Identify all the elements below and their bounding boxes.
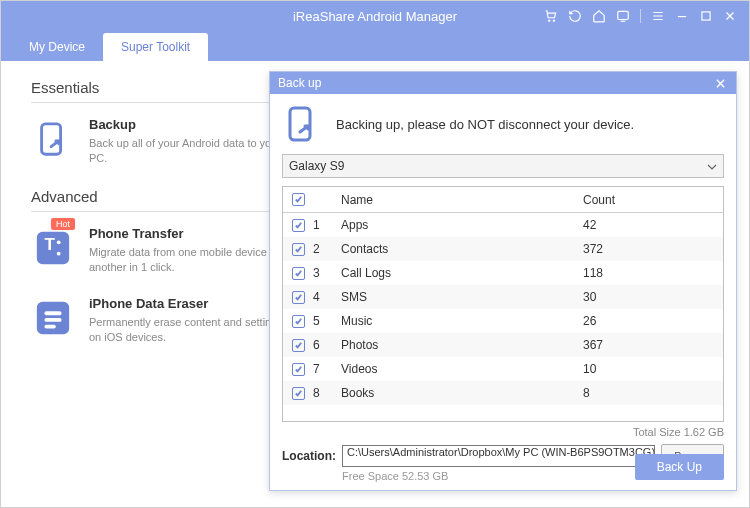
dialog-message: Backing up, please do NOT disconnect you… — [336, 117, 634, 132]
table-row: 6Photos367 — [283, 333, 723, 357]
backup-dialog: Back up Backing up, please do NOT discon… — [269, 71, 737, 491]
row-checkbox[interactable] — [292, 267, 305, 280]
backup-large-icon — [282, 104, 322, 144]
feature-phone-transfer[interactable]: Hot T Phone Transfer Migrate data from o… — [31, 226, 291, 275]
row-index: 4 — [313, 290, 337, 304]
window-titlebar: iReaShare Android Manager — [1, 1, 749, 31]
feature-desc: Permanently erase content and settings o… — [89, 315, 291, 345]
row-checkbox[interactable] — [292, 315, 305, 328]
svg-rect-3 — [702, 12, 710, 20]
device-select-value: Galaxy S9 — [289, 159, 344, 173]
device-select[interactable]: Galaxy S9 — [282, 154, 724, 178]
row-checkbox[interactable] — [292, 243, 305, 256]
row-index: 8 — [313, 386, 337, 400]
row-count: 8 — [583, 386, 723, 400]
row-count: 10 — [583, 362, 723, 376]
total-size: Total Size 1.62 GB — [282, 426, 724, 438]
location-label: Location: — [282, 449, 336, 463]
svg-rect-2 — [618, 11, 629, 19]
dialog-title: Back up — [278, 76, 321, 90]
dialog-titlebar: Back up — [270, 72, 736, 94]
row-checkbox[interactable] — [292, 363, 305, 376]
row-count: 42 — [583, 218, 723, 232]
header-count: Count — [583, 193, 723, 207]
row-index: 6 — [313, 338, 337, 352]
feature-desc: Back up all of your Android data to your… — [89, 136, 291, 166]
close-icon[interactable] — [719, 5, 741, 27]
dialog-banner: Backing up, please do NOT disconnect you… — [282, 104, 724, 144]
backup-items-table: Name Count 1Apps422Contacts3723Call Logs… — [282, 186, 724, 422]
feature-iphone-eraser[interactable]: iPhone Data Eraser Permanently erase con… — [31, 296, 291, 345]
row-name: Photos — [337, 338, 583, 352]
table-row: 5Music26 — [283, 309, 723, 333]
row-count: 26 — [583, 314, 723, 328]
svg-point-8 — [57, 251, 61, 255]
row-index: 5 — [313, 314, 337, 328]
svg-rect-4 — [42, 124, 61, 154]
header-name: Name — [337, 193, 583, 207]
minimize-icon[interactable] — [671, 5, 693, 27]
feature-title: iPhone Data Eraser — [89, 296, 291, 311]
svg-rect-10 — [44, 312, 61, 316]
feature-backup[interactable]: Backup Back up all of your Android data … — [31, 117, 291, 166]
location-input[interactable]: C:\Users\Administrator\Dropbox\My PC (WI… — [342, 445, 655, 467]
table-row: 2Contacts372 — [283, 237, 723, 261]
chevron-down-icon — [707, 159, 717, 173]
row-checkbox[interactable] — [292, 339, 305, 352]
feature-title: Phone Transfer — [89, 226, 291, 241]
svg-rect-11 — [44, 318, 61, 322]
tab-my-device[interactable]: My Device — [11, 33, 103, 61]
select-all-checkbox[interactable] — [292, 193, 305, 206]
feature-title: Backup — [89, 117, 291, 132]
row-count: 372 — [583, 242, 723, 256]
row-index: 2 — [313, 242, 337, 256]
refresh-icon[interactable] — [564, 5, 586, 27]
row-name: Contacts — [337, 242, 583, 256]
row-count: 118 — [583, 266, 723, 280]
row-name: Videos — [337, 362, 583, 376]
separator — [640, 9, 641, 23]
svg-rect-13 — [290, 108, 310, 140]
svg-text:T: T — [44, 235, 55, 254]
cart-icon[interactable] — [540, 5, 562, 27]
backup-icon — [31, 117, 75, 161]
hot-badge: Hot — [51, 218, 75, 230]
home-icon[interactable] — [588, 5, 610, 27]
row-count: 367 — [583, 338, 723, 352]
table-header: Name Count — [283, 187, 723, 213]
row-name: Call Logs — [337, 266, 583, 280]
row-index: 7 — [313, 362, 337, 376]
row-checkbox[interactable] — [292, 219, 305, 232]
row-name: Apps — [337, 218, 583, 232]
app-title: iReaShare Android Manager — [293, 9, 457, 24]
row-name: Music — [337, 314, 583, 328]
feedback-icon[interactable] — [612, 5, 634, 27]
row-index: 3 — [313, 266, 337, 280]
svg-point-1 — [553, 20, 554, 21]
table-row: 1Apps42 — [283, 213, 723, 237]
table-row: 4SMS30 — [283, 285, 723, 309]
tab-super-toolkit[interactable]: Super Toolkit — [103, 33, 208, 61]
maximize-icon[interactable] — [695, 5, 717, 27]
iphone-eraser-icon — [31, 296, 75, 340]
feature-desc: Migrate data from one mobile device to a… — [89, 245, 291, 275]
main-tabs: My Device Super Toolkit — [1, 31, 749, 61]
menu-icon[interactable] — [647, 5, 669, 27]
dialog-close-icon[interactable] — [712, 75, 728, 91]
svg-rect-12 — [44, 325, 55, 329]
table-row: 3Call Logs118 — [283, 261, 723, 285]
table-row: 8Books8 — [283, 381, 723, 405]
svg-point-0 — [549, 20, 550, 21]
row-count: 30 — [583, 290, 723, 304]
row-index: 1 — [313, 218, 337, 232]
titlebar-controls — [540, 5, 741, 27]
row-checkbox[interactable] — [292, 387, 305, 400]
row-name: Books — [337, 386, 583, 400]
row-name: SMS — [337, 290, 583, 304]
phone-transfer-icon: Hot T — [31, 226, 75, 270]
backup-button[interactable]: Back Up — [635, 454, 724, 480]
svg-point-7 — [57, 240, 61, 244]
table-row: 7Videos10 — [283, 357, 723, 381]
row-checkbox[interactable] — [292, 291, 305, 304]
